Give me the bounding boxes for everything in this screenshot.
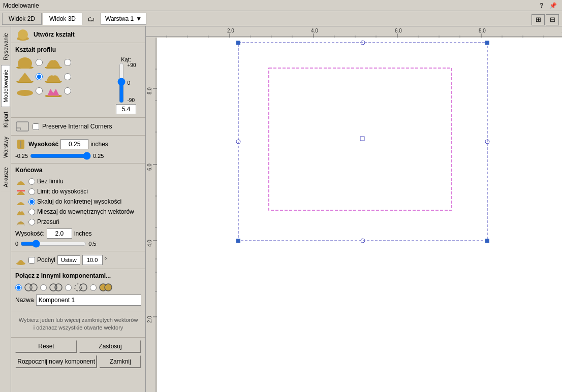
sidebar-item-modelowanie[interactable]: Modelowanie [1,65,10,107]
close-button[interactable]: Zamknij [99,355,141,368]
help-icon[interactable]: ? [538,2,545,9]
radio-colored[interactable] [64,87,71,94]
radio-connect2[interactable] [40,284,47,291]
koncowa-slider-max: 0.5 [88,241,96,247]
shape-hill2-icon [44,71,63,83]
koncowa-title: Końcowa [15,167,141,174]
preserve-corners-checkbox[interactable] [33,123,39,130]
koncowa-height-label: Wysokość: [15,230,45,237]
height-value-input[interactable] [60,139,88,149]
svg-point-7 [17,90,33,96]
koncowa-icon3 [15,197,26,206]
radio-mieszaj[interactable] [28,209,35,215]
profile-shape-title: Kształt profilu [15,46,141,53]
svg-text:8.0: 8.0 [147,87,152,94]
canvas-drawing-area[interactable] [157,38,562,392]
connect-icons-row [15,282,141,292]
apply-button[interactable]: Zastosuj [79,340,141,353]
radio-connect1[interactable] [15,284,22,291]
angle-0: 0 [128,80,136,86]
radio-row-bezlimitu: Bez limitu [15,177,141,186]
angle-plus90: +90 [128,62,136,68]
sidebar-item-arkusze[interactable]: Arkusze [1,162,10,192]
connect-subtract-icon [49,282,63,292]
name-label: Nazwa [15,297,34,304]
hint-section: Wybierz jeden lub więcej zamkniętych wek… [11,311,145,338]
svg-text:8.0: 8.0 [479,28,486,34]
label-limitwys: Limit do wysokości [37,188,88,195]
zoom-button[interactable]: ⊟ [546,14,559,25]
koncowa-slider-min: 0 [15,241,18,247]
height-slider[interactable] [30,152,91,160]
reset-button[interactable]: Reset [15,340,77,353]
top-toolbar: Widok 2D Widok 3D 🗂 Warstwa 1 ▼ ⊞ ⊟ [0,11,562,26]
ruler-left: 8.0 6.0 4.0 2.0 [146,38,157,392]
koncowa-icon2 [15,187,26,196]
svg-text:4.0: 4.0 [311,28,318,34]
svg-point-23 [105,284,112,291]
angle-value-input[interactable] [116,104,136,114]
canvas-area: 2.0 4.0 6.0 8.0 10.0 [146,26,562,392]
radio-hill1[interactable] [64,59,71,66]
radio-row-przesun: Przesuń [15,217,141,226]
svg-point-16 [30,284,37,291]
shape-dome1-icon [15,56,35,69]
svg-rect-77 [236,239,240,243]
tilt-icon [15,254,26,266]
radio-bezlimitu[interactable] [28,178,35,185]
connect-section: Połącz z innymi komponentami... [11,269,145,311]
tilt-set-button[interactable]: Ustaw [57,255,80,265]
label-skaluj: Skaluj do konkretnej wysokości [37,198,121,205]
app-title: Modelowanie [3,2,39,9]
svg-rect-71 [236,41,240,45]
svg-point-3 [18,57,32,69]
radio-limitwys[interactable] [28,188,35,195]
height-min: -0.25 [15,153,28,159]
sidebar-item-klipart[interactable]: Klipart [1,107,10,132]
tilt-section: Pochyl Ustaw ° [11,251,145,269]
layer-selector[interactable]: Warstwa 1 ▼ [101,13,146,25]
ruler-left-svg: 8.0 6.0 4.0 2.0 [146,38,157,392]
height-unit: inches [90,141,108,148]
radio-connect4[interactable] [90,284,97,291]
svg-rect-69 [238,43,487,241]
angle-slider[interactable] [116,62,127,103]
height-label: Wysokość [28,141,58,148]
tab-view2d[interactable]: Widok 2D [2,13,42,25]
label-mieszaj: Mieszaj do wewnętrznych wektorów [37,208,134,215]
new-component-button[interactable]: Rozpocznij nowy komponent [15,355,97,368]
tilt-checkbox[interactable] [28,257,35,264]
shape-header-icon [15,28,30,41]
radio-dome1[interactable] [36,59,43,66]
koncowa-height-slider[interactable] [20,240,86,248]
sidebar-item-rysowanie[interactable]: Rysowanie [1,28,10,65]
name-row: Nazwa [15,295,141,306]
svg-point-21 [80,284,87,291]
radio-skaluj[interactable] [28,199,35,205]
shape-hill1-icon [44,56,63,69]
radio-przesun[interactable] [28,219,35,225]
connect-intersect-icon [74,282,88,292]
tilt-unit: ° [105,256,107,264]
sidebar-item-warstwy[interactable]: Warstwy [1,132,10,162]
main-layout: Rysowanie Modelowanie Klipart Warstwy Ar… [0,26,562,392]
tab-view3d[interactable]: Widok 3D [43,13,82,25]
radio-oval[interactable] [36,87,43,94]
shape-oval-icon [15,86,35,96]
svg-rect-73 [485,41,489,45]
koncowa-height-input[interactable] [47,228,72,239]
radio-connect3[interactable] [65,284,72,291]
koncowa-icon5 [15,217,26,226]
tilt-value-input[interactable] [82,255,103,265]
radio-hill2[interactable] [64,73,71,80]
pin-icon[interactable]: 📌 [547,2,559,9]
radio-mountain1[interactable] [36,73,43,80]
component-name-input[interactable] [36,295,141,306]
svg-text:6.0: 6.0 [147,164,152,171]
svg-text:4.0: 4.0 [147,240,152,247]
tilt-label: Pochyl [37,256,55,264]
connect-merge-icon [99,282,113,292]
fit-window-button[interactable]: ⊞ [532,14,545,25]
koncowa-icon4 [15,207,26,216]
layer-icon: 🗂 [87,15,95,23]
